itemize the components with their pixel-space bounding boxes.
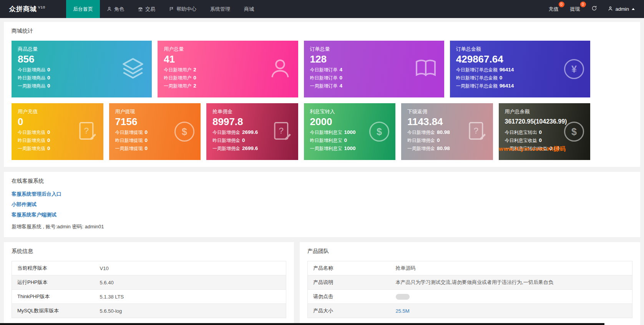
product-size-link[interactable]: 25.5M [396,308,410,314]
card-line-value: 0 [437,137,440,143]
stat-card-order-amount: 订单总金额 429867.64 今日新增订单总金额96414 昨日新增订单总金额… [450,41,590,97]
card-line-label: 一周新增佣金 [212,146,240,151]
refresh-button[interactable] [586,5,603,13]
nav-item-label: 后台首页 [73,6,93,13]
card-line-value: 0 [344,137,347,143]
service-admin-link[interactable]: 客服系统管理后台入口 [12,191,61,198]
card-line-label: 今日利息宝收益 [505,138,537,143]
system-info-title: 系统信息 [12,248,286,255]
nav-item-label: 商城 [244,6,254,13]
card-line-value: 0 [47,83,50,89]
recharge-button[interactable]: 充值 0 [543,0,564,18]
card-line-value: 2 [193,67,196,73]
table-row: 运行PHP版本 5.6.40 [12,276,286,290]
nav-item-trade[interactable]: 交易 [131,0,162,18]
nav-item-label: 帮助中心 [176,6,196,13]
row-label: 产品说明 [308,276,390,290]
card-line-value: 0 [47,75,50,81]
stat-cards-row1: 商品总量 856 今日新增商品0 昨日新增商品0 一周新增商品0 用户总量 41… [12,41,590,97]
nav-item-system[interactable]: 系统管理 [203,0,237,18]
card-line: 一周新增提现0 [115,145,195,152]
file-question-icon: ? [76,120,97,143]
card-line-value: 96414 [500,67,514,73]
card-line-label: 今日新增佣金 [407,130,435,135]
card-line-label: 今日新增用户 [164,67,191,73]
user-icon [107,7,112,12]
card-line-value: 80.98 [437,129,450,135]
card-line-label: 今日新增订单 [310,67,338,73]
card-line-label: 昨日新增佣金 [407,138,435,143]
recharge-label: 充值 [549,6,559,13]
card-line-label: 一周新增佣金 [407,146,435,151]
client-test-link[interactable]: 客服系统客户端测试 [12,211,56,218]
do-not-click-pill[interactable] [396,294,410,300]
row-value: V10 [95,261,286,276]
username: admin [616,6,629,12]
row-label: 当前程序版本 [12,261,95,276]
row-label: 产品名称 [308,261,390,276]
stat-card-users: 用户总量 41 今日新增用户2 昨日新增用户0 一周新增用户2 [158,41,298,97]
row-value: 本产品只为学习测试交流,请勿要做商业或者用于违法行为,一切后果自负 [390,276,632,290]
card-line-label: 昨日新增订单 [310,75,338,81]
card-line-label: 一周新增订单总金额 [456,83,498,89]
svg-text:?: ? [473,126,478,135]
table-row: 产品大小 25.5M [308,304,632,318]
card-line-value: 0 [193,75,196,81]
row-value: 5.1.38 LTS [95,290,286,304]
card-title: 用户充值 [18,108,97,115]
card-line-value: 1000 [344,145,356,151]
row-label: MySQL数据库版本 [12,304,95,318]
card-line-label: 昨日新增佣金 [212,138,240,143]
card-line-value: 0 [539,129,542,135]
nav-item-home[interactable]: 后台首页 [66,0,100,18]
caret-up-icon [632,8,635,10]
brand-text: 众拼商城 [9,5,37,13]
main-content: 商城统计 商品总量 856 今日新增商品0 昨日新增商品0 一周新增商品0 用户… [0,18,644,325]
withdraw-button[interactable]: 提现 0 [564,0,586,18]
nav-item-mall[interactable]: 商城 [237,0,261,18]
stat-card-recharge: 用户充值 0 今日新增充值0 昨日新增充值0 一周新增充值0 ? [12,103,103,160]
main-menu: 后台首页 角色 交易 帮助中心 系统管理 [66,0,261,18]
row-label: 运行PHP版本 [12,276,95,290]
user-menu[interactable]: admin [603,6,639,12]
table-row: 当前程序版本 V10 [12,261,286,276]
card-line-value: 2699.6 [242,129,258,135]
card-line-value: 0 [47,67,50,73]
card-line: 一周新增利息宝1000 [310,145,390,152]
stat-card-sub-rebate: 下级返佣 1143.84 今日新增佣金80.98 昨日新增佣金0 一周新增佣金8… [401,103,493,160]
card-line-value: 4 [340,67,343,73]
card-line-value: 0 [47,129,50,135]
stat-card-commission: 抢单佣金 8997.8 今日新增佣金2699.6 昨日新增佣金0 一周新增佣金2… [206,103,298,160]
admin-dashboard: 众拼商城V10 后台首页 角色 交易 帮助中 [0,0,644,325]
card-line-label: 一周新增充值 [18,146,45,151]
user-icon [268,56,292,82]
widget-test-link[interactable]: 小部件测试 [12,201,37,208]
card-line-value: 4 [340,83,343,89]
stat-card-orders: 订单总量 128 今日新增订单4 昨日新增订单0 一周新增订单4 [304,41,444,97]
brand-logo[interactable]: 众拼商城V10 [0,0,66,18]
card-title: 用户总余额 [505,108,584,115]
nav-item-roles[interactable]: 角色 [100,0,131,18]
book-icon [413,56,438,82]
layers-icon [120,56,146,82]
card-line-value: 0 [242,137,245,143]
bottom-section: 系统信息 当前程序版本 V10 运行PHP版本 5.6.40 ThinkPHP版… [4,242,640,325]
nav-item-help[interactable]: 帮助中心 [162,0,203,18]
card-line-label: 昨日新增用户 [164,75,191,81]
card-title: 商品总量 [18,46,146,53]
card-line-label: 昨日新增订单总金额 [456,75,498,81]
card-line: 一周新增充值0 [18,145,97,152]
dollar-glyph: $ [369,122,389,142]
file-question-icon: ? [466,120,487,143]
row-label: 请勿点击 [308,290,390,304]
card-title: 抢单佣金 [212,108,292,115]
brand-version: V10 [38,5,45,9]
product-team-panel: 产品团队 产品名称 抢单源码 产品说明 本产品只为学习测试交流,请勿要做商业或者… [300,242,640,325]
card-line-label: 今日新增佣金 [212,130,240,135]
row-label: 产品大小 [308,304,390,318]
service-note: 新增客服系统 , 账号:admin 密码: admin01 [12,223,632,230]
yen-glyph: ¥ [564,59,584,79]
card-line-value: 0 [47,137,50,143]
table-row: 产品名称 抢单源码 [308,261,632,276]
card-line-label: 今日新增订单总金额 [456,67,498,73]
